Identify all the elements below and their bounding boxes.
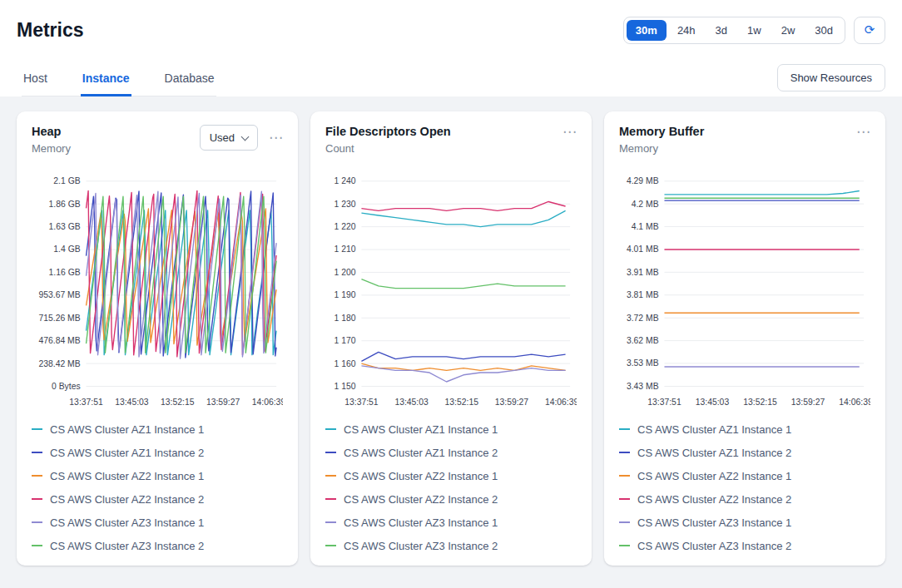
- svg-text:3.43 MB: 3.43 MB: [627, 382, 659, 391]
- svg-text:1 160: 1 160: [335, 359, 356, 368]
- legend-swatch: [325, 521, 336, 523]
- svg-text:1 150: 1 150: [335, 382, 356, 391]
- svg-text:13:37:51: 13:37:51: [344, 398, 379, 407]
- legend-item[interactable]: CS AWS Cluster AZ3 Instance 1: [619, 511, 870, 534]
- legend-label: CS AWS Cluster AZ3 Instance 1: [344, 516, 498, 529]
- legend-item[interactable]: CS AWS Cluster AZ1 Instance 2: [619, 441, 870, 464]
- time-range-group: 30m 24h 3d 1w 2w 30d ⟳: [623, 17, 885, 44]
- chart-legend: CS AWS Cluster AZ1 Instance 1CS AWS Clus…: [325, 418, 577, 557]
- tab-bar-row: Host Instance Database Show Resources: [0, 44, 902, 96]
- svg-text:1 210: 1 210: [335, 245, 356, 254]
- svg-text:13:59:27: 13:59:27: [791, 398, 825, 407]
- tab-instance[interactable]: Instance: [81, 72, 131, 96]
- legend-label: CS AWS Cluster AZ1 Instance 2: [637, 447, 791, 459]
- legend-item[interactable]: CS AWS Cluster AZ1 Instance 2: [325, 441, 577, 464]
- legend-swatch: [32, 545, 42, 546]
- line-chart: 2.1 GB1.86 GB1.63 GB1.4 GB1.16 GB953.67 …: [32, 168, 283, 414]
- card-menu-button[interactable]: ⋯: [563, 125, 577, 139]
- svg-text:1.16 GB: 1.16 GB: [49, 268, 81, 277]
- time-range-option-24h[interactable]: 24h: [668, 20, 705, 41]
- legend-label: CS AWS Cluster AZ2 Instance 1: [50, 470, 204, 482]
- metric-dropdown[interactable]: Used: [200, 125, 258, 151]
- card-head-text: File Descriptors Open Count: [325, 125, 451, 155]
- time-range-option-30m[interactable]: 30m: [627, 20, 667, 41]
- legend-item[interactable]: CS AWS Cluster AZ3 Instance 1: [325, 511, 577, 534]
- tab-database[interactable]: Database: [163, 72, 216, 96]
- legend-swatch: [32, 452, 42, 453]
- legend-item[interactable]: CS AWS Cluster AZ2 Instance 1: [325, 464, 577, 487]
- svg-text:1 220: 1 220: [335, 222, 356, 231]
- legend-swatch: [325, 475, 336, 477]
- svg-text:3.53 MB: 3.53 MB: [627, 358, 659, 368]
- svg-text:4.2 MB: 4.2 MB: [632, 200, 659, 209]
- line-chart: 4.29 MB4.2 MB4.1 MB4.01 MB3.91 MB3.81 MB…: [619, 168, 870, 414]
- legend-item[interactable]: CS AWS Cluster AZ3 Instance 2: [619, 534, 870, 557]
- time-range-option-30d[interactable]: 30d: [805, 20, 842, 41]
- time-range-selector: 30m 24h 3d 1w 2w 30d: [623, 17, 845, 44]
- legend-swatch: [32, 475, 42, 477]
- legend-swatch: [619, 498, 630, 500]
- time-range-option-1w[interactable]: 1w: [738, 20, 771, 41]
- metric-dropdown-value: Used: [210, 131, 235, 144]
- svg-text:1.4 GB: 1.4 GB: [53, 245, 80, 254]
- svg-text:14:06:39: 14:06:39: [252, 398, 283, 407]
- metric-card: File Descriptors Open Count ⋯ 1 2401 230…: [310, 111, 592, 566]
- legend-item[interactable]: CS AWS Cluster AZ2 Instance 2: [325, 487, 577, 511]
- tab-bar: Host Instance Database: [22, 72, 216, 96]
- legend-swatch: [619, 521, 630, 523]
- svg-text:476.84 MB: 476.84 MB: [39, 336, 81, 345]
- card-menu-button[interactable]: ⋯: [856, 125, 870, 139]
- legend-item[interactable]: CS AWS Cluster AZ3 Instance 2: [32, 534, 283, 557]
- legend-swatch: [619, 428, 630, 430]
- chart-title: Heap: [32, 125, 71, 138]
- legend-label: CS AWS Cluster AZ2 Instance 1: [637, 470, 791, 482]
- show-resources-button[interactable]: Show Resources: [777, 64, 885, 91]
- svg-text:13:52:15: 13:52:15: [445, 398, 479, 407]
- legend-item[interactable]: CS AWS Cluster AZ1 Instance 1: [325, 418, 577, 441]
- card-menu-button[interactable]: ⋯: [269, 131, 283, 145]
- tab-host[interactable]: Host: [22, 72, 49, 96]
- svg-text:3.72 MB: 3.72 MB: [627, 314, 659, 323]
- legend-item[interactable]: CS AWS Cluster AZ3 Instance 1: [32, 511, 283, 534]
- legend-swatch: [32, 521, 42, 523]
- svg-text:1 190: 1 190: [335, 290, 356, 299]
- legend-item[interactable]: CS AWS Cluster AZ1 Instance 1: [32, 418, 283, 441]
- legend-item[interactable]: CS AWS Cluster AZ2 Instance 2: [619, 487, 870, 511]
- chart-legend: CS AWS Cluster AZ1 Instance 1CS AWS Clus…: [32, 418, 283, 557]
- time-range-option-3d[interactable]: 3d: [706, 20, 736, 41]
- svg-text:14:06:39: 14:06:39: [545, 398, 577, 407]
- card-head-text: Heap Memory: [32, 125, 71, 155]
- legend-swatch: [325, 428, 336, 430]
- svg-text:1 180: 1 180: [335, 314, 356, 323]
- legend-item[interactable]: CS AWS Cluster AZ2 Instance 1: [619, 464, 870, 487]
- cards-grid: Heap Memory Used ⋯ 2.1 GB1.86 GB1.63 GB1…: [0, 96, 902, 579]
- legend-label: CS AWS Cluster AZ3 Instance 2: [344, 540, 498, 552]
- legend-item[interactable]: CS AWS Cluster AZ2 Instance 1: [32, 464, 283, 487]
- chart-legend: CS AWS Cluster AZ1 Instance 1CS AWS Clus…: [619, 418, 870, 557]
- svg-text:238.42 MB: 238.42 MB: [39, 359, 81, 368]
- time-range-option-2w[interactable]: 2w: [772, 20, 805, 41]
- legend-swatch: [325, 452, 336, 453]
- svg-text:1.86 GB: 1.86 GB: [49, 200, 81, 209]
- legend-item[interactable]: CS AWS Cluster AZ2 Instance 2: [32, 487, 283, 511]
- svg-text:13:37:51: 13:37:51: [69, 398, 103, 407]
- legend-item[interactable]: CS AWS Cluster AZ1 Instance 2: [32, 441, 283, 464]
- chart-title: File Descriptors Open: [325, 125, 451, 138]
- svg-text:953.67 MB: 953.67 MB: [39, 290, 81, 299]
- metric-card: Memory Buffer Memory ⋯ 4.29 MB4.2 MB4.1 …: [604, 111, 885, 566]
- legend-item[interactable]: CS AWS Cluster AZ1 Instance 1: [619, 418, 870, 441]
- svg-text:13:45:03: 13:45:03: [115, 398, 149, 407]
- legend-swatch: [619, 452, 630, 453]
- refresh-button[interactable]: ⟳: [854, 17, 885, 44]
- legend-label: CS AWS Cluster AZ1 Instance 2: [50, 447, 204, 459]
- legend-label: CS AWS Cluster AZ3 Instance 2: [50, 540, 204, 552]
- legend-label: CS AWS Cluster AZ1 Instance 1: [50, 423, 204, 436]
- legend-label: CS AWS Cluster AZ2 Instance 1: [344, 470, 498, 482]
- refresh-icon: ⟳: [865, 24, 875, 37]
- svg-text:2.1 GB: 2.1 GB: [53, 176, 80, 185]
- svg-text:13:45:03: 13:45:03: [696, 398, 730, 407]
- svg-text:13:59:27: 13:59:27: [206, 398, 240, 407]
- legend-label: CS AWS Cluster AZ1 Instance 2: [344, 447, 498, 459]
- legend-item[interactable]: CS AWS Cluster AZ3 Instance 2: [325, 534, 577, 557]
- chart-subtitle: Memory: [619, 142, 704, 155]
